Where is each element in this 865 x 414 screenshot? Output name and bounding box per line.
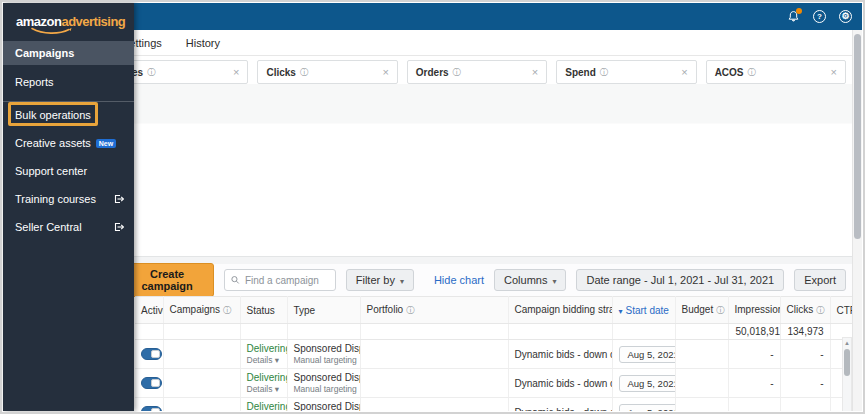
sidebar-item-campaigns[interactable]: Campaigns — [3, 41, 134, 65]
info-icon: ⓘ — [223, 306, 231, 315]
start-date-field[interactable]: Aug 5, 2021 — [619, 346, 676, 363]
budget-cell[interactable] — [675, 369, 728, 398]
info-icon: ⓘ — [453, 67, 461, 78]
campaign-search[interactable] — [224, 269, 336, 291]
col-header-start-date[interactable]: ▾Start date — [612, 297, 675, 324]
sidebar: amazonadvertising Campaigns Reports Bulk… — [3, 3, 134, 411]
metric-card-orders[interactable]: Orders ⓘ × — [407, 60, 547, 84]
sidebar-nav: Campaigns Reports Bulk operations Creati… — [3, 41, 134, 238]
table-scrollbar[interactable]: ▲ — [842, 337, 852, 411]
col-header-campaigns[interactable]: Campaignsⓘ — [163, 297, 240, 324]
sidebar-item-training-courses[interactable]: Training courses — [3, 188, 134, 210]
sidebar-item-support-center[interactable]: Support center — [3, 160, 134, 182]
table-header-row: Active Campaignsⓘ Status Type Portfolioⓘ… — [135, 297, 853, 324]
info-icon: ⓘ — [816, 306, 824, 315]
close-icon[interactable]: × — [831, 67, 837, 77]
close-icon[interactable]: × — [382, 67, 388, 77]
help-icon[interactable]: ? — [813, 10, 826, 23]
sidebar-item-seller-central[interactable]: Seller Central — [3, 216, 134, 238]
external-link-icon — [114, 222, 124, 232]
metric-label: Orders — [416, 67, 449, 78]
create-campaign-button[interactable]: Create campaign — [120, 263, 214, 297]
budget-cell[interactable] — [675, 340, 728, 369]
campaign-type: Sponsored Display — [294, 372, 354, 383]
col-header-active[interactable]: Active — [135, 297, 163, 324]
metric-card-acos[interactable]: ACOS ⓘ × — [706, 60, 846, 84]
col-header-budget[interactable]: Budgetⓘ — [675, 297, 728, 324]
metric-card-clicks[interactable]: Clicks ⓘ × — [257, 60, 397, 84]
status-badge: Delivering — [247, 372, 281, 383]
close-icon[interactable]: × — [532, 67, 538, 77]
sidebar-item-reports[interactable]: Reports — [3, 71, 134, 93]
details-link[interactable]: Details ▾ — [247, 355, 281, 365]
close-icon[interactable]: × — [681, 67, 687, 77]
col-header-type[interactable]: Type — [287, 297, 360, 324]
logo-amazon-text: amazon — [16, 14, 61, 29]
new-badge: New — [96, 139, 116, 148]
total-impressions: 50,018,916 — [728, 324, 780, 340]
toggle-knob — [151, 350, 160, 358]
active-toggle[interactable] — [141, 406, 162, 411]
metric-label: Spend — [565, 67, 596, 78]
page-scrollbar[interactable] — [852, 30, 862, 411]
clicks-cell: - — [780, 369, 830, 398]
campaign-targeting: Manual targeting — [294, 355, 354, 365]
start-date-field[interactable]: Aug 5, 2021 — [619, 404, 676, 412]
metric-label: Clicks — [266, 67, 295, 78]
col-header-status[interactable]: Status — [240, 297, 287, 324]
info-icon: ⓘ — [406, 306, 414, 315]
sidebar-item-creative-assets[interactable]: Creative assetsNew — [3, 132, 134, 154]
budget-cell[interactable] — [675, 398, 728, 412]
portfolio-cell — [360, 398, 508, 412]
tab-history[interactable]: History — [186, 37, 220, 49]
external-link-icon — [114, 194, 124, 204]
details-link[interactable]: Details ▾ — [247, 384, 281, 394]
campaign-name-cell[interactable] — [163, 369, 240, 398]
search-icon — [231, 275, 240, 285]
info-icon: ⓘ — [300, 67, 308, 78]
campaign-name-cell[interactable] — [163, 340, 240, 369]
col-header-impressions[interactable]: Impressionsⓘ — [728, 297, 780, 324]
settings-gear-icon[interactable]: ⚙ — [839, 10, 852, 23]
status-badge: Delivering — [247, 401, 281, 411]
hide-chart-link[interactable]: Hide chart — [434, 274, 484, 286]
col-header-portfolio[interactable]: Portfolioⓘ — [360, 297, 508, 324]
campaigns-table: Active Campaignsⓘ Status Type Portfolioⓘ… — [135, 296, 854, 411]
chevron-down-icon: ▾ — [400, 277, 404, 286]
table-row: DeliveringDetails ▾ Sponsored DisplayMan… — [135, 340, 853, 369]
chevron-down-icon: ▾ — [275, 384, 279, 394]
table-row: DeliveringDetails ▾ Sponsored DisplayMan… — [135, 398, 853, 412]
toggle-knob — [151, 408, 160, 411]
chevron-down-icon: ▾ — [552, 277, 556, 286]
active-toggle[interactable] — [141, 348, 162, 360]
filter-by-button[interactable]: Filter by▾ — [346, 269, 414, 291]
columns-button[interactable]: Columns▾ — [494, 269, 566, 291]
bidding-strategy-cell: Dynamic bids - down only — [508, 369, 612, 398]
portfolio-cell — [360, 369, 508, 398]
total-clicks: 134,973 — [780, 324, 830, 340]
bidding-strategy-cell: Dynamic bids - down only — [508, 340, 612, 369]
campaign-type: Sponsored Display — [294, 343, 354, 354]
page-scrollbar-thumb[interactable] — [854, 34, 861, 239]
active-toggle[interactable] — [141, 377, 162, 389]
clicks-cell: - — [780, 340, 830, 369]
table-scrollbar-thumb[interactable] — [844, 349, 850, 376]
bidding-strategy-cell: Dynamic bids - down only — [508, 398, 612, 412]
export-button[interactable]: Export — [794, 269, 846, 291]
chevron-down-icon: ▾ — [275, 355, 279, 365]
campaign-name-cell[interactable] — [163, 398, 240, 412]
amazon-advertising-logo: amazonadvertising — [3, 3, 134, 36]
metric-card-spend[interactable]: Spend ⓘ × — [556, 60, 696, 84]
date-range-button[interactable]: Date range - Jul 1, 2021 - Jul 31, 2021 — [576, 269, 784, 291]
campaign-type: Sponsored Display — [294, 401, 354, 411]
col-header-ctr[interactable]: CTR — [830, 297, 853, 324]
sidebar-item-bulk-operations[interactable]: Bulk operations — [3, 104, 134, 126]
table-row: DeliveringDetails ▾ Sponsored DisplayMan… — [135, 369, 853, 398]
search-input[interactable] — [245, 275, 329, 286]
notifications-bell-icon[interactable] — [787, 10, 800, 23]
close-icon[interactable]: × — [233, 67, 239, 77]
start-date-field[interactable]: Aug 5, 2021 — [619, 375, 676, 392]
scroll-up-icon[interactable]: ▲ — [843, 338, 851, 346]
col-header-clicks[interactable]: Clicksⓘ — [780, 297, 830, 324]
col-header-bidding-strategy[interactable]: Campaign bidding strategyⓘ — [508, 297, 612, 324]
